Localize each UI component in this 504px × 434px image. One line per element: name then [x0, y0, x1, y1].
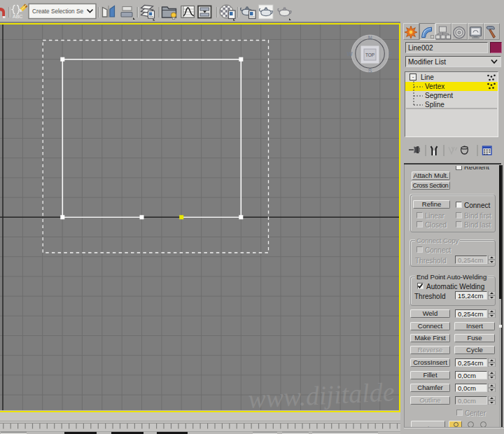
svg-text:S: S	[368, 67, 372, 74]
svg-text:ABC: ABC	[13, 14, 22, 19]
svg-text:E: E	[388, 50, 393, 57]
svg-text:TOP: TOP	[365, 52, 374, 57]
svg-text:Create Selection Se: Create Selection Se	[32, 8, 83, 15]
svg-text:N: N	[368, 34, 372, 41]
svg-text:W: W	[346, 50, 353, 57]
